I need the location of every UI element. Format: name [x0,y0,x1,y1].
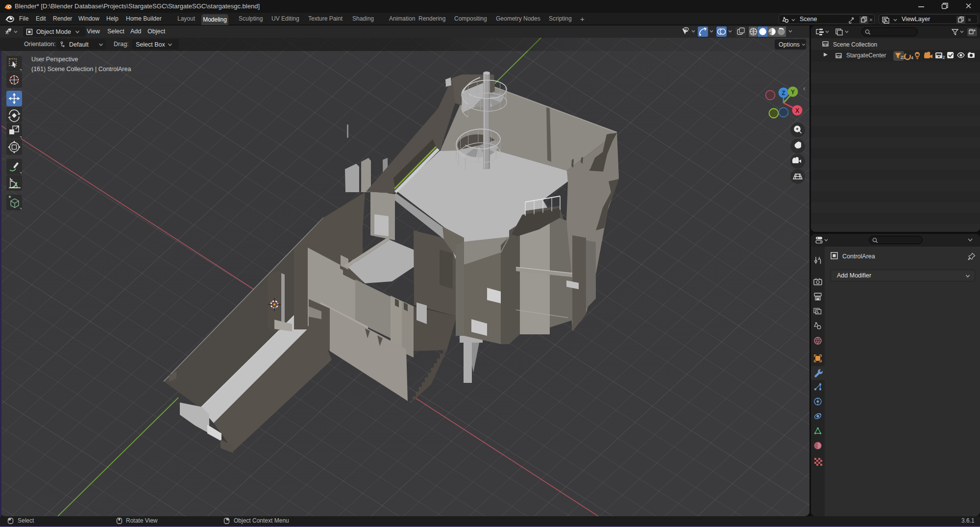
svg-text:4: 4 [911,55,913,60]
svg-text:X: X [795,107,799,114]
svg-text:Z: Z [782,90,785,97]
svg-text:Y: Y [791,89,795,96]
svg-text:2: 2 [943,55,945,60]
